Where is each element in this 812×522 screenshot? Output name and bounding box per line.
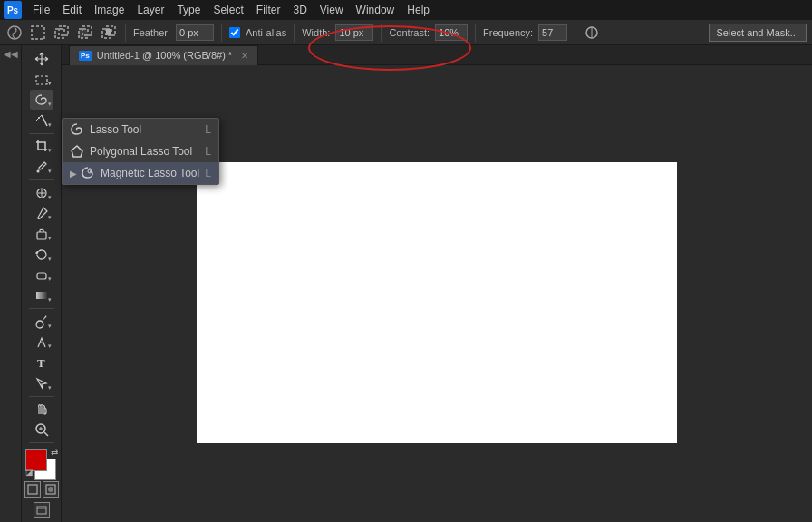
tool-sep-4 [29,396,54,397]
eraser-tool[interactable]: ▾ [30,266,53,285]
polygonal-lasso-item[interactable]: Polygonal Lasso Tool L [63,140,218,162]
screen-mode-button[interactable] [34,502,50,518]
active-indicator: ▶ [70,169,77,179]
separator-4 [381,24,382,42]
menu-filter[interactable]: Filter [251,2,286,18]
frequency-label: Frequency: [483,27,533,38]
frequency-input[interactable] [538,24,567,41]
width-input[interactable] [335,24,373,41]
main-area: ◀◀ ▾ ▾ ▾ ▾ ▾ ▾ ▾ [0,45,812,522]
collapse-arrow[interactable]: ◀◀ [4,49,18,59]
separator-2 [221,24,222,42]
menu-view[interactable]: View [314,2,349,18]
feather-label: Feather: [133,27,170,38]
tab-close-icon[interactable]: ✕ [241,51,248,61]
menu-3d[interactable]: 3D [287,2,312,18]
tool-sep-5 [29,442,54,443]
menu-window[interactable]: Window [351,2,401,18]
heal-tool[interactable]: ▾ [30,183,53,203]
contrast-input[interactable] [435,24,468,41]
new-selection-icon[interactable] [29,24,47,42]
magnetic-lasso-icon [81,166,95,180]
svg-rect-8 [106,29,111,35]
select-path-tool[interactable]: ▾ [30,373,53,393]
menu-bar: Ps File Edit Image Layer Type Select Fil… [0,0,812,20]
pen-pressure-icon[interactable] [583,24,601,42]
canvas-area: Ps Untitled-1 @ 100% (RGB/8#) * ✕ [62,45,812,522]
svg-rect-4 [79,29,88,38]
menu-file[interactable]: File [27,2,55,18]
select-and-mask-button[interactable]: Select and Mask... [709,24,807,42]
quick-mask-mode[interactable] [43,481,59,498]
lasso-context-menu: Lasso Tool L Polygonal Lasso Tool L ▶ Ma… [62,118,219,185]
antialias-checkbox[interactable] [229,27,240,38]
zoom-tool[interactable] [30,420,53,440]
lasso-tool-label: Lasso Tool [90,123,141,136]
svg-line-24 [44,432,48,436]
wand-tool[interactable]: ▾ [30,111,53,130]
polygonal-lasso-icon [70,144,84,159]
add-selection-icon[interactable] [53,24,71,42]
menu-select[interactable]: Select [208,2,248,18]
polygonal-lasso-shortcut: L [205,145,211,158]
stamp-tool[interactable]: ▾ [30,224,53,244]
tool-sep-3 [29,308,54,309]
svg-rect-30 [37,507,46,514]
document-tab-label: Untitled-1 @ 100% (RGB/8#) * [97,50,232,61]
eyedropper-tool[interactable]: ▾ [30,157,53,177]
svg-rect-27 [28,485,37,494]
lasso-tool[interactable]: ▾ [30,90,53,110]
svg-point-21 [36,321,44,328]
feather-input[interactable] [176,24,214,41]
left-panel: ◀◀ [0,45,22,522]
history-tool[interactable]: ▾ [30,245,53,265]
document-tab[interactable]: Ps Untitled-1 @ 100% (RGB/8#) * ✕ [69,45,258,65]
lasso-tool-icon [70,122,84,137]
menu-help[interactable]: Help [401,2,435,18]
toolbar: ▾ ▾ ▾ ▾ ▾ ▾ ▾ ▾ ▾ [22,45,62,522]
width-label: Width: [302,27,330,38]
magnetic-lasso-icon-group: ▶ [70,166,95,180]
canvas-document[interactable] [197,162,677,443]
crop-tool[interactable]: ▾ [30,137,53,157]
standard-mode[interactable] [24,481,41,498]
magnetic-lasso-shortcut: L [205,167,211,179]
svg-text:T: T [37,356,45,370]
menu-edit[interactable]: Edit [57,2,87,18]
separator-3 [294,24,295,42]
separator-5 [475,24,476,42]
tab-bar: Ps Untitled-1 @ 100% (RGB/8#) * ✕ [62,45,812,65]
marquee-tool[interactable]: ▾ ▾ [30,70,53,90]
lasso-tool-item[interactable]: Lasso Tool L [63,119,218,140]
swap-colors-icon[interactable]: ⇄ [51,448,58,458]
brush-tool[interactable]: ▾ [30,204,53,224]
menu-layer[interactable]: Layer [131,2,169,18]
move-tool[interactable] [30,49,53,69]
tool-sep-2 [29,179,54,180]
svg-rect-3 [59,26,68,35]
dodge-tool[interactable]: ▾ [30,312,53,332]
intersect-selection-icon[interactable] [100,24,118,42]
tool-sep-1 [29,133,54,134]
magnetic-lasso-item[interactable]: ▶ Magnetic Lasso Tool L [63,162,218,184]
tool-options-icon [5,24,24,42]
menu-image[interactable]: Image [89,2,130,18]
svg-point-29 [48,487,53,492]
pen-tool[interactable]: ▾ [30,333,53,353]
svg-rect-1 [32,26,44,39]
hand-tool[interactable] [30,400,53,420]
screen-mode-area [34,502,50,518]
reset-colors-icon[interactable]: ◪ [25,468,34,477]
options-bar: Feather: Anti-alias Width: Contrast: Fre… [0,20,812,45]
polygonal-lasso-label: Polygonal Lasso Tool [90,145,192,158]
lasso-tool-shortcut: L [205,123,211,136]
subtract-selection-icon[interactable] [76,24,94,42]
svg-rect-18 [37,232,46,239]
menu-type[interactable]: Type [171,2,206,18]
svg-point-13 [38,117,40,119]
gradient-tool[interactable]: ▾ [30,285,53,305]
ps-logo: Ps [4,1,22,19]
svg-rect-2 [55,29,64,38]
antialias-label: Anti-alias [246,27,286,38]
text-tool[interactable]: T [30,353,53,372]
